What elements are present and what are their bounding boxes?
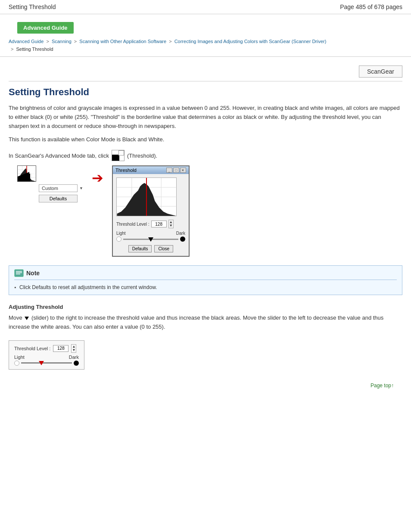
dialog-buttons: Defaults Close: [116, 245, 185, 252]
scangear-button-container: ScanGear: [9, 65, 402, 78]
page-number: Page 485 of 678 pages: [340, 3, 402, 10]
dark-label: Dark: [176, 231, 185, 236]
adjusting-threshold-title: Adjusting Threshold: [9, 304, 402, 310]
tsd-light-label: Light: [14, 355, 25, 360]
dialog-maximize-button[interactable]: □: [173, 168, 179, 173]
threshold-icon-large: [17, 165, 36, 182]
tsd-track[interactable]: [21, 362, 72, 364]
dialog-defaults-button[interactable]: Defaults: [128, 245, 152, 252]
page-header-title: Setting Threshold: [9, 3, 56, 10]
page-top-link[interactable]: Page top↑: [371, 383, 394, 389]
light-label: Light: [116, 231, 126, 236]
arrow-right-icon: ➔: [92, 170, 103, 186]
note-icon: [14, 269, 24, 277]
slider-area: Light Dark: [116, 231, 185, 242]
note-item-1: Click Defaults to reset all adjustments …: [14, 283, 397, 291]
threshold-icon-inline: [112, 150, 125, 161]
threshold-dialog: Threshold _ □ ✕: [112, 165, 190, 257]
banner-label: Advanced Guide: [23, 25, 68, 31]
dialog-title: Threshold: [115, 168, 137, 173]
dropdown-arrow-icon: ▼: [79, 186, 83, 190]
page-header: Setting Threshold Page 485 of 678 pages: [0, 0, 411, 14]
tsd-thumb[interactable]: [39, 361, 44, 365]
dialog-close-button[interactable]: ✕: [180, 168, 186, 173]
threshold-click-before: In ScanGear's Advanced Mode tab, click: [9, 152, 109, 159]
title-separator: [9, 81, 402, 81]
slider-thumb[interactable]: [148, 237, 153, 242]
note-box: Note Click Defaults to reset all adjustm…: [9, 265, 402, 295]
scangear-button[interactable]: ScanGear: [359, 65, 402, 78]
tsd-light-dark-labels: Light Dark: [14, 355, 79, 360]
breadcrumb-scanning-other[interactable]: Scanning with Other Application Software: [79, 39, 166, 44]
dialog-titlebar: Threshold _ □ ✕: [113, 166, 189, 174]
body-paragraph-1: The brightness of color and grayscale im…: [9, 104, 402, 131]
threshold-level-row: Threshold Level : ▲▼: [116, 220, 185, 228]
breadcrumb-scanning[interactable]: Scanning: [52, 39, 72, 44]
threshold-level-label: Threshold Level :: [116, 222, 149, 227]
custom-dropdown-row: Custom ▼: [39, 184, 83, 192]
breadcrumb-separator-4: >: [11, 47, 15, 52]
adjusting-body-text: Move (slider) to the right to increase t…: [9, 314, 402, 332]
note-separator: [14, 280, 397, 280]
tsd-level-label: Threshold Level :: [14, 346, 50, 351]
dialog-minimize-button[interactable]: _: [166, 168, 172, 173]
breadcrumb-separator-1: >: [46, 39, 50, 44]
tsd-level-row: Threshold Level : ▲▼: [14, 344, 79, 353]
note-title: Note: [26, 270, 40, 277]
tsd-circle-dark: [74, 361, 79, 366]
dialog-body: Threshold Level : ▲▼ Light Dark: [113, 174, 189, 256]
threshold-level-input[interactable]: [151, 221, 167, 227]
breadcrumb-separator-3: >: [169, 39, 173, 44]
slider-track[interactable]: [123, 239, 178, 240]
slider-icon-inline: [25, 317, 29, 320]
threshold-level-spinners[interactable]: ▲▼: [168, 220, 174, 228]
threshold-small-display: Threshold Level : ▲▼ Light Dark: [9, 340, 84, 370]
page-top-link-container: Page top↑: [9, 383, 402, 389]
note-header: Note: [14, 269, 397, 277]
tsd-slider-row: [14, 361, 79, 366]
slider-light-circle: [116, 236, 121, 242]
page-title: Setting Threshold: [9, 87, 402, 98]
dialog-close-btn[interactable]: Close: [154, 245, 173, 252]
dialog-histogram: [116, 177, 177, 216]
breadcrumb-advanced-guide[interactable]: Advanced Guide: [9, 39, 44, 44]
threshold-click-line: In ScanGear's Advanced Mode tab, click (…: [9, 150, 402, 161]
ui-screenshot-area: Custom ▼ Defaults ➔ Threshold _ □ ✕: [17, 165, 402, 257]
breadcrumb: Advanced Guide > Scanning > Scanning wit…: [0, 36, 411, 57]
dialog-controls: _ □ ✕: [166, 168, 186, 173]
adjusting-threshold-section: Adjusting Threshold Move (slider) to the…: [9, 304, 402, 374]
tsd-dark-label: Dark: [69, 355, 79, 360]
slider-row: [116, 236, 185, 242]
tsd-level-input[interactable]: [53, 345, 68, 352]
body-paragraph-2: This function is available when Color Mo…: [9, 135, 402, 144]
threshold-click-after: (Threshold).: [127, 152, 157, 159]
advanced-guide-banner: Advanced Guide: [17, 22, 74, 34]
tsd-spinners[interactable]: ▲▼: [71, 344, 76, 353]
breadcrumb-current: Setting Threshold: [16, 47, 53, 52]
tsd-circle-light: [14, 361, 19, 366]
breadcrumb-separator-2: >: [74, 39, 78, 44]
slider-dark-circle: [180, 236, 185, 242]
svg-rect-18: [15, 270, 23, 277]
breadcrumb-correcting[interactable]: Correcting Images and Adjusting Colors w…: [174, 39, 327, 44]
light-dark-labels: Light Dark: [116, 231, 185, 236]
content-area: ScanGear Setting Threshold The brightnes…: [0, 57, 411, 397]
left-panel: Custom ▼ Defaults: [17, 165, 83, 202]
custom-dropdown[interactable]: Custom: [39, 184, 78, 192]
defaults-button-left[interactable]: Defaults: [39, 195, 78, 202]
